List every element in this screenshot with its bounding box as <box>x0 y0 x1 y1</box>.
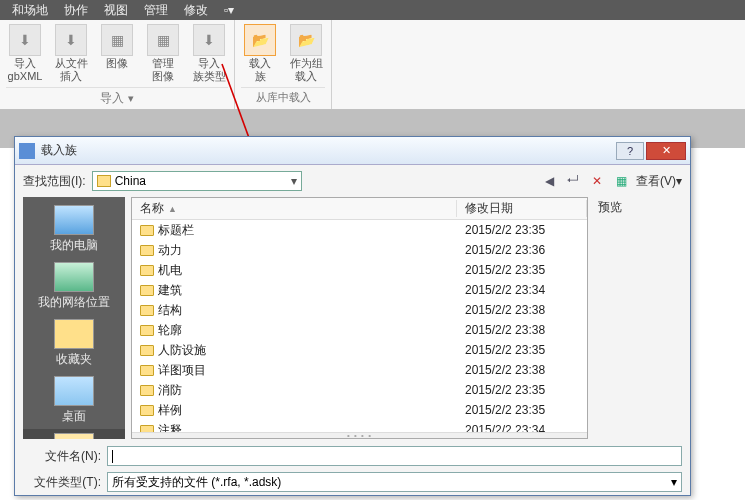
dialog-titlebar[interactable]: 载入族 ? ✕ <box>15 137 690 165</box>
help-button[interactable]: ? <box>616 142 644 160</box>
delete-button[interactable]: ✕ <box>588 172 606 190</box>
dialog-title: 载入族 <box>41 142 614 159</box>
folder-row[interactable]: 动力2015/2/2 23:36 <box>132 240 587 260</box>
splitter-handle[interactable]: • • • • <box>132 432 587 438</box>
place-item-desk[interactable]: 桌面 <box>23 372 125 429</box>
manage-image-button[interactable]: ▦管理 图像 <box>144 24 182 83</box>
folder-row[interactable]: 结构2015/2/2 23:38 <box>132 300 587 320</box>
folder-row[interactable]: 建筑2015/2/2 23:34 <box>132 280 587 300</box>
file-name: 注释 <box>158 422 182 433</box>
file-name: 轮廓 <box>158 322 182 339</box>
filename-row: 文件名(N): <box>15 443 690 469</box>
file-date: 2015/2/2 23:38 <box>457 303 587 317</box>
file-list[interactable]: 标题栏2015/2/2 23:35动力2015/2/2 23:36机电2015/… <box>132 220 587 432</box>
view-menu-button[interactable]: 查看(V) ▾ <box>636 173 682 190</box>
folder-row[interactable]: 轮廓2015/2/2 23:38 <box>132 320 587 340</box>
file-name: 人防设施 <box>158 342 206 359</box>
import-family-type-button[interactable]: ⬇导入 族类型 <box>190 24 228 83</box>
import-gbxml-button[interactable]: ⬇导入 gbXML <box>6 24 44 83</box>
folder-icon <box>140 405 154 416</box>
folder-row[interactable]: 样例2015/2/2 23:35 <box>132 400 587 420</box>
folder-icon <box>140 225 154 236</box>
folder-row[interactable]: 详图项目2015/2/2 23:38 <box>132 360 587 380</box>
image-icon: ▦ <box>101 24 133 56</box>
filename-label: 文件名(N): <box>23 448 101 465</box>
lookin-value: China <box>115 174 291 188</box>
folder-icon <box>97 175 111 187</box>
folder-icon <box>140 265 154 276</box>
lookin-row: 查找范围(I): China ▾ ◀ ⮠ ✕ ▦ 查看(V) ▾ <box>15 165 690 197</box>
folder-row[interactable]: 标题栏2015/2/2 23:35 <box>132 220 587 240</box>
folder-row[interactable]: 消防2015/2/2 23:35 <box>132 380 587 400</box>
preview-label: 预览 <box>598 199 678 216</box>
folder-icon <box>140 245 154 256</box>
chevron-down-icon: ▾ <box>671 475 677 489</box>
filetype-combo[interactable]: 所有受支持的文件 (*.rfa, *.adsk)▾ <box>107 472 682 492</box>
file-date: 2015/2/2 23:34 <box>457 283 587 297</box>
place-label: 我的电脑 <box>50 237 98 254</box>
menu-overflow[interactable]: ▫▾ <box>216 3 242 17</box>
folder-icon <box>140 345 154 356</box>
lookin-label: 查找范围(I): <box>23 173 86 190</box>
fold-icon <box>54 433 94 439</box>
preview-pane: 预览 <box>594 197 682 439</box>
folder-icon <box>140 325 154 336</box>
menu-item[interactable]: 管理 <box>136 2 176 19</box>
folder-icon <box>140 425 154 433</box>
folder-arrow-icon: 📂 <box>290 24 322 56</box>
load-family-dialog: 载入族 ? ✕ 查找范围(I): China ▾ ◀ ⮠ ✕ ▦ 查看(V) ▾… <box>14 136 691 496</box>
filename-input[interactable] <box>107 446 682 466</box>
file-date: 2015/2/2 23:35 <box>457 403 587 417</box>
file-date: 2015/2/2 23:35 <box>457 383 587 397</box>
file-name: 机电 <box>158 262 182 279</box>
ribbon-toolbar: ⬇导入 gbXML ⬇从文件 插入 ▦图像 ▦管理 图像 ⬇导入 族类型 导入 … <box>0 20 745 110</box>
pc-icon <box>54 205 94 235</box>
column-header-date[interactable]: 修改日期 <box>457 200 587 217</box>
column-header-name[interactable]: 名称▲ <box>132 200 457 217</box>
chevron-down-icon: ▾ <box>291 174 297 188</box>
file-date: 2015/2/2 23:38 <box>457 363 587 377</box>
new-folder-button[interactable]: ▦ <box>612 172 630 190</box>
file-date: 2015/2/2 23:38 <box>457 323 587 337</box>
place-item-pc[interactable]: 我的电脑 <box>23 201 125 258</box>
lookin-combo[interactable]: China ▾ <box>92 171 302 191</box>
fav-icon <box>54 319 94 349</box>
file-date: 2015/2/2 23:35 <box>457 223 587 237</box>
place-item-fold[interactable]: Metric Li… <box>23 429 125 439</box>
menu-item[interactable]: 修改 <box>176 2 216 19</box>
folder-arrow-icon: 📂 <box>244 24 276 56</box>
filetype-row: 文件类型(T): 所有受支持的文件 (*.rfa, *.adsk)▾ <box>15 469 690 495</box>
menu-item[interactable]: 和场地 <box>4 2 56 19</box>
document-arrow-icon: ⬇ <box>193 24 225 56</box>
load-family-button[interactable]: 📂载入 族 <box>241 24 279 83</box>
document-arrow-icon: ⬇ <box>9 24 41 56</box>
up-button[interactable]: ⮠ <box>564 172 582 190</box>
file-list-pane: 名称▲ 修改日期 标题栏2015/2/2 23:35动力2015/2/2 23:… <box>131 197 588 439</box>
sort-asc-icon: ▲ <box>168 204 177 214</box>
insert-from-file-button[interactable]: ⬇从文件 插入 <box>52 24 90 83</box>
load-as-group-button[interactable]: 📂作为组 载入 <box>287 24 325 83</box>
app-menubar: 和场地 协作 视图 管理 修改 ▫▾ <box>0 0 745 20</box>
place-item-net[interactable]: 我的网络位置 <box>23 258 125 315</box>
places-sidebar: 我的电脑我的网络位置收藏夹桌面Metric Li…Metric De… <box>23 197 125 439</box>
file-date: 2015/2/2 23:35 <box>457 343 587 357</box>
ribbon-group-import: ⬇导入 gbXML ⬇从文件 插入 ▦图像 ▦管理 图像 ⬇导入 族类型 导入 … <box>0 20 235 109</box>
desk-icon <box>54 376 94 406</box>
file-name: 动力 <box>158 242 182 259</box>
app-icon <box>19 143 35 159</box>
image-button[interactable]: ▦图像 <box>98 24 136 83</box>
image-icon: ▦ <box>147 24 179 56</box>
menu-item[interactable]: 视图 <box>96 2 136 19</box>
file-name: 样例 <box>158 402 182 419</box>
menu-item[interactable]: 协作 <box>56 2 96 19</box>
folder-icon <box>140 385 154 396</box>
close-button[interactable]: ✕ <box>646 142 686 160</box>
folder-row[interactable]: 机电2015/2/2 23:35 <box>132 260 587 280</box>
place-item-fav[interactable]: 收藏夹 <box>23 315 125 372</box>
file-name: 详图项目 <box>158 362 206 379</box>
folder-row[interactable]: 人防设施2015/2/2 23:35 <box>132 340 587 360</box>
document-arrow-icon: ⬇ <box>55 24 87 56</box>
place-label: 桌面 <box>62 408 86 425</box>
back-button[interactable]: ◀ <box>540 172 558 190</box>
net-icon <box>54 262 94 292</box>
